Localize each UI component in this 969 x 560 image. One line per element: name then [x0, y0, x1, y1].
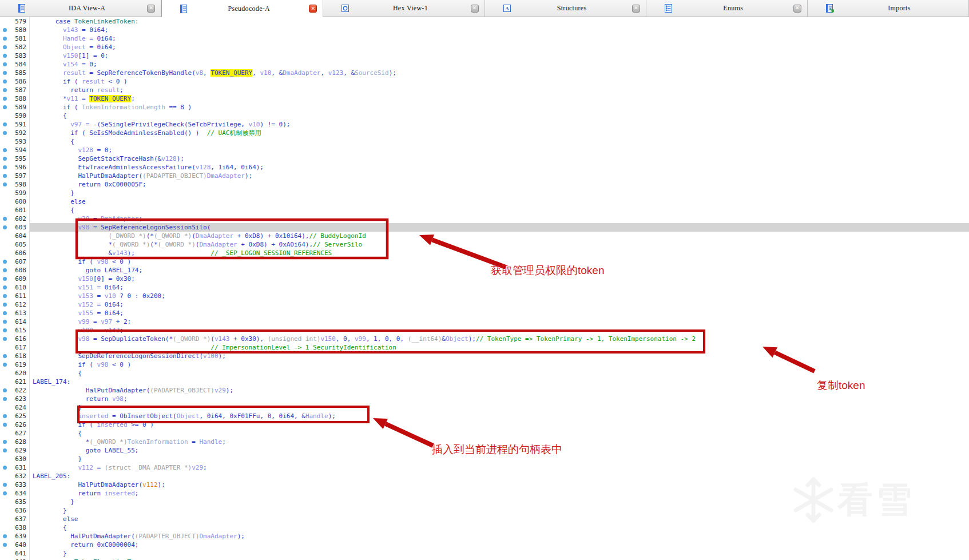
code-line-592[interactable]: 592 if ( SeIsSModeAdminlessEnabled() ) /…	[0, 129, 969, 137]
code-line-581[interactable]: 581 Handle = 0i64;	[0, 34, 969, 43]
line-gutter[interactable]: 595	[0, 154, 30, 163]
line-gutter[interactable]: 641	[0, 549, 30, 558]
breakpoint-dot-icon[interactable]	[3, 543, 7, 547]
breakpoint-dot-icon[interactable]	[3, 534, 7, 538]
line-gutter[interactable]: 601	[0, 206, 30, 215]
code-line-642[interactable]: 642 case TokenElevationType:	[0, 558, 969, 560]
breakpoint-dot-icon[interactable]	[3, 37, 7, 41]
code-line-611[interactable]: 611 v153 = v10 ? 0 : 0x200;	[0, 292, 969, 300]
code-line-602[interactable]: 602 v29 = DmaAdapter;	[0, 215, 969, 223]
code-line-639[interactable]: 639 HalPutDmaAdapter((PADAPTER_OBJECT)Dm…	[0, 532, 969, 541]
code-line-594[interactable]: 594 v128 = 0;	[0, 146, 969, 154]
code-line-586[interactable]: 586 if ( result < 0 )	[0, 77, 969, 86]
breakpoint-dot-icon[interactable]	[3, 157, 7, 161]
code-line-627[interactable]: 627 {	[0, 429, 969, 438]
breakpoint-dot-icon[interactable]	[3, 294, 7, 298]
line-gutter[interactable]: 631	[0, 463, 30, 472]
code-line-619[interactable]: 619 if ( v98 < 0 )	[0, 360, 969, 369]
line-gutter[interactable]: 606	[0, 249, 30, 257]
line-gutter[interactable]: 586	[0, 77, 30, 86]
tab-structures[interactable]: AStructures✕	[485, 0, 646, 17]
breakpoint-dot-icon[interactable]	[3, 122, 7, 126]
breakpoint-dot-icon[interactable]	[3, 337, 7, 341]
code-line-640[interactable]: 640 return 0xC0000004;	[0, 541, 969, 549]
breakpoint-dot-icon[interactable]	[3, 148, 7, 152]
breakpoint-dot-icon[interactable]	[3, 182, 7, 186]
line-gutter[interactable]: 603	[0, 223, 30, 232]
breakpoint-dot-icon[interactable]	[3, 62, 7, 66]
breakpoint-dot-icon[interactable]	[3, 131, 7, 135]
line-gutter[interactable]: 642	[0, 558, 30, 560]
code-line-588[interactable]: 588 *v11 = TOKEN_QUERY;	[0, 94, 969, 103]
line-gutter[interactable]: 584	[0, 60, 30, 69]
line-gutter[interactable]: 588	[0, 94, 30, 103]
line-gutter[interactable]: 632	[0, 472, 30, 480]
line-gutter[interactable]: 609	[0, 275, 30, 283]
breakpoint-dot-icon[interactable]	[3, 54, 7, 58]
breakpoint-dot-icon[interactable]	[3, 260, 7, 264]
line-gutter[interactable]: 581	[0, 34, 30, 43]
tab-imports[interactable]: Imports	[808, 0, 969, 17]
line-gutter[interactable]: 602	[0, 215, 30, 223]
code-line-589[interactable]: 589 if ( TokenInformationLength == 8 )	[0, 103, 969, 112]
code-line-585[interactable]: 585 result = SepReferenceTokenByHandle(v…	[0, 69, 969, 77]
breakpoint-dot-icon[interactable]	[3, 217, 7, 221]
code-line-582[interactable]: 582 Object = 0i64;	[0, 43, 969, 51]
breakpoint-dot-icon[interactable]	[3, 285, 7, 289]
breakpoint-dot-icon[interactable]	[3, 225, 7, 229]
breakpoint-dot-icon[interactable]	[3, 303, 7, 307]
breakpoint-dot-icon[interactable]	[3, 414, 7, 418]
line-gutter[interactable]: 605	[0, 240, 30, 249]
line-gutter[interactable]: 614	[0, 317, 30, 326]
code-line-610[interactable]: 610 v151 = 0i64;	[0, 283, 969, 292]
line-gutter[interactable]: 611	[0, 292, 30, 300]
line-gutter[interactable]: 623	[0, 395, 30, 403]
breakpoint-dot-icon[interactable]	[3, 80, 7, 84]
code-line-584[interactable]: 584 v154 = 0;	[0, 60, 969, 69]
code-line-580[interactable]: 580 v143 = 0i64;	[0, 26, 969, 34]
breakpoint-dot-icon[interactable]	[3, 97, 7, 101]
breakpoint-dot-icon[interactable]	[3, 466, 7, 470]
tab-enums[interactable]: Enums✕	[646, 0, 808, 17]
line-gutter[interactable]: 629	[0, 446, 30, 455]
breakpoint-dot-icon[interactable]	[3, 363, 7, 367]
line-gutter[interactable]: 622	[0, 386, 30, 395]
line-gutter[interactable]: 598	[0, 180, 30, 189]
breakpoint-dot-icon[interactable]	[3, 423, 7, 427]
line-gutter[interactable]: 610	[0, 283, 30, 292]
breakpoint-dot-icon[interactable]	[3, 277, 7, 281]
code-line-601[interactable]: 601 {	[0, 206, 969, 215]
breakpoint-dot-icon[interactable]	[3, 440, 7, 444]
close-icon[interactable]: ✕	[632, 5, 640, 13]
line-gutter[interactable]: 625	[0, 412, 30, 420]
code-line-625[interactable]: 625 inserted = ObInsertObject(Object, 0i…	[0, 412, 969, 420]
line-gutter[interactable]: 617	[0, 343, 30, 352]
code-line-615[interactable]: 615 v100 = v143;	[0, 326, 969, 335]
code-line-606[interactable]: 606 &v143); // _SEP_LOGON_SESSION_REFERE…	[0, 249, 969, 257]
breakpoint-dot-icon[interactable]	[3, 354, 7, 358]
code-line-626[interactable]: 626 if ( inserted >= 0 )	[0, 420, 969, 429]
line-gutter[interactable]: 626	[0, 420, 30, 429]
close-icon[interactable]: ✕	[793, 5, 801, 13]
code-line-618[interactable]: 618 SepDeReferenceLogonSessionDirect(v10…	[0, 352, 969, 360]
breakpoint-dot-icon[interactable]	[3, 71, 7, 75]
code-line-598[interactable]: 598 return 0xC000005F;	[0, 180, 969, 189]
breakpoint-dot-icon[interactable]	[3, 328, 7, 332]
line-gutter[interactable]: 619	[0, 360, 30, 369]
breakpoint-dot-icon[interactable]	[3, 397, 7, 401]
code-line-638[interactable]: 638 {	[0, 523, 969, 532]
line-gutter[interactable]: 634	[0, 489, 30, 498]
breakpoint-dot-icon[interactable]	[3, 448, 7, 452]
breakpoint-dot-icon[interactable]	[3, 165, 7, 169]
code-line-616[interactable]: 616 v98 = SepDuplicateToken(*(_QWORD *)(…	[0, 335, 969, 343]
line-gutter[interactable]: 604	[0, 232, 30, 240]
breakpoint-dot-icon[interactable]	[3, 320, 7, 324]
code-line-605[interactable]: 605 *(_QWORD *)(*(_QWORD *)(DmaAdapter +…	[0, 240, 969, 249]
breakpoint-dot-icon[interactable]	[3, 88, 7, 92]
line-gutter[interactable]: 591	[0, 120, 30, 129]
code-line-623[interactable]: 623 return v98;	[0, 395, 969, 403]
line-gutter[interactable]: 585	[0, 69, 30, 77]
code-line-607[interactable]: 607 if ( v98 < 0 )	[0, 257, 969, 266]
line-gutter[interactable]: 624	[0, 403, 30, 412]
line-gutter[interactable]: 587	[0, 86, 30, 94]
